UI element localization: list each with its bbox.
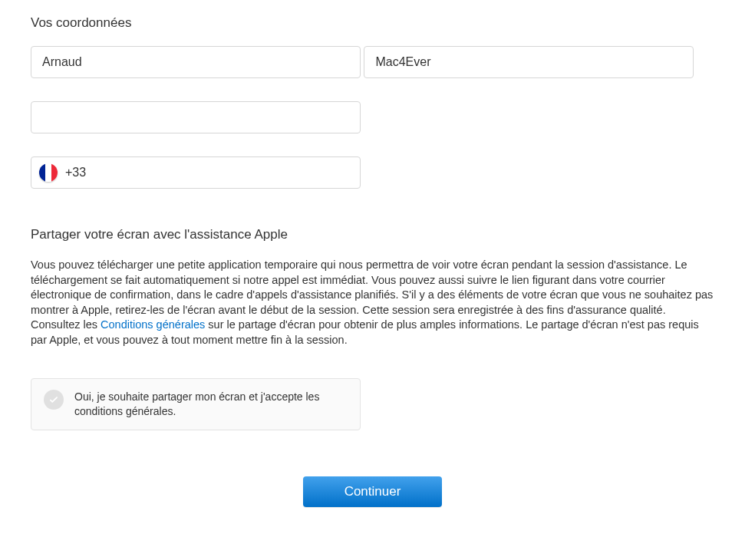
phone-field-wrapper[interactable]: +33 [31,156,361,189]
terms-link[interactable]: Conditions générales [101,318,205,331]
email-input[interactable] [31,101,361,133]
consent-label: Oui, je souhaite partager mon écran et j… [74,390,348,419]
phone-prefix: +33 [65,166,86,180]
last-name-input[interactable] [364,46,694,78]
contact-section-title: Vos coordonnées [31,15,714,31]
screenshare-section-title: Partager votre écran avec l'assistance A… [31,227,714,242]
consent-box[interactable]: Oui, je souhaite partager mon écran et j… [31,378,361,430]
check-icon [48,394,59,405]
first-name-input[interactable] [31,46,361,78]
continue-button[interactable]: Continuer [303,476,443,507]
screenshare-description: Vous pouvez télécharger une petite appli… [31,258,714,348]
consent-checkbox[interactable] [44,390,64,410]
phone-input[interactable] [86,166,352,180]
france-flag-icon [39,163,58,182]
